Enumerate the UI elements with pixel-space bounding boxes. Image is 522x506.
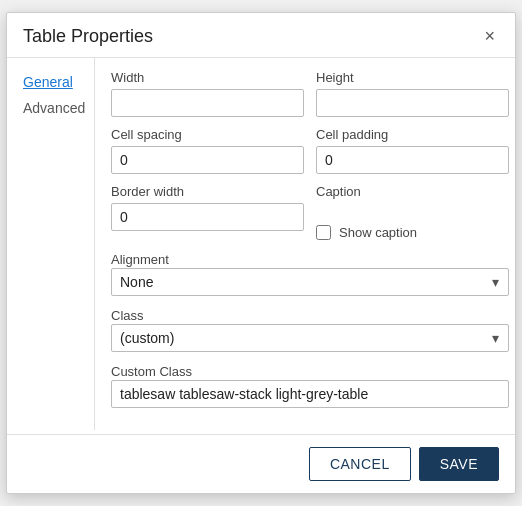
cell-spacing-group: Cell spacing xyxy=(111,127,304,174)
alignment-label: Alignment xyxy=(111,252,169,267)
width-input[interactable] xyxy=(111,89,304,117)
cell-spacing-label: Cell spacing xyxy=(111,127,304,142)
save-button[interactable]: SAVE xyxy=(419,447,499,481)
width-group: Width xyxy=(111,70,304,117)
dialog-title: Table Properties xyxy=(23,26,153,47)
height-input[interactable] xyxy=(316,89,509,117)
cell-padding-group: Cell padding xyxy=(316,127,509,174)
alignment-select-wrapper: None Left Center Right xyxy=(111,268,509,296)
border-width-input[interactable] xyxy=(111,203,304,231)
sidebar: General Advanced xyxy=(7,58,95,430)
close-button[interactable]: × xyxy=(480,25,499,47)
border-caption-row: Border width Caption Show caption xyxy=(111,184,509,240)
dialog-footer: CANCEL SAVE xyxy=(7,434,515,493)
cell-padding-label: Cell padding xyxy=(316,127,509,142)
custom-class-row: Custom Class xyxy=(111,362,509,408)
show-caption-label: Show caption xyxy=(339,225,417,240)
cell-spacing-padding-row: Cell spacing Cell padding xyxy=(111,127,509,174)
show-caption-checkbox[interactable] xyxy=(316,225,331,240)
height-group: Height xyxy=(316,70,509,117)
alignment-select[interactable]: None Left Center Right xyxy=(111,268,509,296)
dialog-header: Table Properties × xyxy=(7,13,515,58)
form-area: Width Height Cell spacing Cell padding xyxy=(95,58,522,430)
border-width-label: Border width xyxy=(111,184,304,199)
class-select-wrapper: (custom) Default xyxy=(111,324,509,352)
class-row: Class (custom) Default xyxy=(111,306,509,352)
width-label: Width xyxy=(111,70,304,85)
caption-group: Caption Show caption xyxy=(316,184,509,240)
table-properties-dialog: Table Properties × General Advanced Widt… xyxy=(6,12,516,494)
show-caption-group: Show caption xyxy=(316,203,509,240)
sidebar-item-advanced[interactable]: Advanced xyxy=(15,96,86,120)
cell-padding-input[interactable] xyxy=(316,146,509,174)
cell-spacing-input[interactable] xyxy=(111,146,304,174)
border-width-group: Border width xyxy=(111,184,304,240)
width-height-row: Width Height xyxy=(111,70,509,117)
class-select[interactable]: (custom) Default xyxy=(111,324,509,352)
custom-class-label: Custom Class xyxy=(111,364,192,379)
dialog-body: General Advanced Width Height Cell spaci… xyxy=(7,58,515,430)
class-label: Class xyxy=(111,308,144,323)
height-label: Height xyxy=(316,70,509,85)
alignment-row: Alignment None Left Center Right xyxy=(111,250,509,296)
cancel-button[interactable]: CANCEL xyxy=(309,447,411,481)
sidebar-item-general[interactable]: General xyxy=(15,70,86,94)
custom-class-input[interactable] xyxy=(111,380,509,408)
caption-label: Caption xyxy=(316,184,509,199)
